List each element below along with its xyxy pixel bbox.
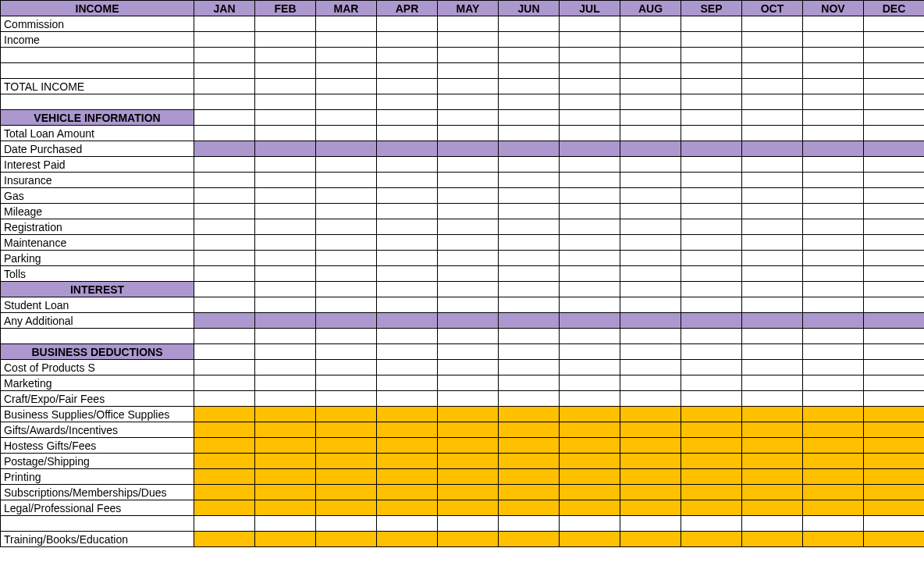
data-cell[interactable] bbox=[377, 532, 438, 547]
data-cell[interactable] bbox=[560, 454, 620, 469]
data-cell[interactable] bbox=[499, 532, 560, 547]
data-cell[interactable] bbox=[681, 344, 742, 360]
data-cell[interactable] bbox=[377, 422, 438, 438]
data-cell[interactable] bbox=[864, 48, 925, 63]
data-cell[interactable] bbox=[864, 313, 925, 329]
data-cell[interactable] bbox=[316, 422, 377, 438]
data-cell[interactable] bbox=[803, 297, 864, 313]
data-cell[interactable] bbox=[864, 391, 925, 407]
data-cell[interactable] bbox=[681, 532, 742, 547]
data-cell[interactable] bbox=[194, 173, 255, 188]
data-cell[interactable] bbox=[194, 454, 255, 469]
data-cell[interactable] bbox=[316, 204, 377, 219]
data-cell[interactable] bbox=[255, 110, 316, 126]
data-cell[interactable] bbox=[560, 500, 620, 516]
data-cell[interactable] bbox=[864, 63, 925, 79]
data-cell[interactable] bbox=[620, 110, 681, 126]
row-label[interactable]: VEHICLE INFORMATION bbox=[1, 110, 194, 126]
data-cell[interactable] bbox=[255, 79, 316, 94]
data-cell[interactable] bbox=[438, 485, 499, 500]
data-cell[interactable] bbox=[377, 360, 438, 375]
data-cell[interactable] bbox=[681, 485, 742, 500]
data-cell[interactable] bbox=[803, 375, 864, 391]
data-cell[interactable] bbox=[560, 235, 620, 251]
data-cell[interactable] bbox=[438, 126, 499, 141]
data-cell[interactable] bbox=[620, 188, 681, 204]
data-cell[interactable] bbox=[681, 79, 742, 94]
data-cell[interactable] bbox=[864, 266, 925, 282]
data-cell[interactable] bbox=[255, 94, 316, 110]
data-cell[interactable] bbox=[681, 375, 742, 391]
data-cell[interactable] bbox=[864, 141, 925, 157]
data-cell[interactable] bbox=[438, 266, 499, 282]
data-cell[interactable] bbox=[377, 407, 438, 422]
data-cell[interactable] bbox=[742, 48, 803, 63]
data-cell[interactable] bbox=[438, 407, 499, 422]
data-cell[interactable] bbox=[620, 391, 681, 407]
row-label[interactable]: Income bbox=[1, 32, 194, 48]
data-cell[interactable] bbox=[681, 16, 742, 32]
row-label[interactable]: Postage/Shipping bbox=[1, 454, 194, 469]
data-cell[interactable] bbox=[803, 32, 864, 48]
data-cell[interactable] bbox=[438, 157, 499, 173]
data-cell[interactable] bbox=[499, 110, 560, 126]
row-label[interactable]: Hostess Gifts/Fees bbox=[1, 438, 194, 454]
data-cell[interactable] bbox=[803, 266, 864, 282]
data-cell[interactable] bbox=[438, 532, 499, 547]
data-cell[interactable] bbox=[316, 454, 377, 469]
row-label[interactable] bbox=[1, 516, 194, 532]
data-cell[interactable] bbox=[742, 344, 803, 360]
data-cell[interactable] bbox=[742, 485, 803, 500]
data-cell[interactable] bbox=[438, 344, 499, 360]
data-cell[interactable] bbox=[803, 235, 864, 251]
header-month[interactable]: JAN bbox=[194, 1, 255, 16]
data-cell[interactable] bbox=[377, 313, 438, 329]
data-cell[interactable] bbox=[681, 297, 742, 313]
data-cell[interactable] bbox=[499, 438, 560, 454]
data-cell[interactable] bbox=[377, 126, 438, 141]
data-cell[interactable] bbox=[377, 173, 438, 188]
data-cell[interactable] bbox=[620, 469, 681, 485]
data-cell[interactable] bbox=[803, 173, 864, 188]
data-cell[interactable] bbox=[620, 141, 681, 157]
data-cell[interactable] bbox=[194, 313, 255, 329]
data-cell[interactable] bbox=[255, 32, 316, 48]
data-cell[interactable] bbox=[255, 219, 316, 235]
data-cell[interactable] bbox=[255, 188, 316, 204]
data-cell[interactable] bbox=[194, 48, 255, 63]
data-cell[interactable] bbox=[377, 157, 438, 173]
data-cell[interactable] bbox=[864, 16, 925, 32]
data-cell[interactable] bbox=[620, 126, 681, 141]
data-cell[interactable] bbox=[681, 188, 742, 204]
row-label[interactable] bbox=[1, 329, 194, 344]
data-cell[interactable] bbox=[194, 360, 255, 375]
data-cell[interactable] bbox=[377, 235, 438, 251]
data-cell[interactable] bbox=[499, 422, 560, 438]
data-cell[interactable] bbox=[255, 63, 316, 79]
data-cell[interactable] bbox=[316, 438, 377, 454]
data-cell[interactable] bbox=[681, 438, 742, 454]
data-cell[interactable] bbox=[681, 32, 742, 48]
data-cell[interactable] bbox=[194, 266, 255, 282]
row-label[interactable]: Maintenance bbox=[1, 235, 194, 251]
data-cell[interactable] bbox=[377, 454, 438, 469]
data-cell[interactable] bbox=[742, 532, 803, 547]
row-label[interactable]: Gas bbox=[1, 188, 194, 204]
data-cell[interactable] bbox=[194, 500, 255, 516]
data-cell[interactable] bbox=[499, 297, 560, 313]
data-cell[interactable] bbox=[620, 157, 681, 173]
data-cell[interactable] bbox=[620, 235, 681, 251]
data-cell[interactable] bbox=[194, 516, 255, 532]
data-cell[interactable] bbox=[316, 110, 377, 126]
data-cell[interactable] bbox=[377, 32, 438, 48]
data-cell[interactable] bbox=[499, 516, 560, 532]
data-cell[interactable] bbox=[620, 251, 681, 266]
data-cell[interactable] bbox=[377, 266, 438, 282]
data-cell[interactable] bbox=[742, 516, 803, 532]
data-cell[interactable] bbox=[438, 235, 499, 251]
row-label[interactable] bbox=[1, 94, 194, 110]
data-cell[interactable] bbox=[438, 297, 499, 313]
data-cell[interactable] bbox=[803, 516, 864, 532]
data-cell[interactable] bbox=[864, 251, 925, 266]
data-cell[interactable] bbox=[438, 110, 499, 126]
